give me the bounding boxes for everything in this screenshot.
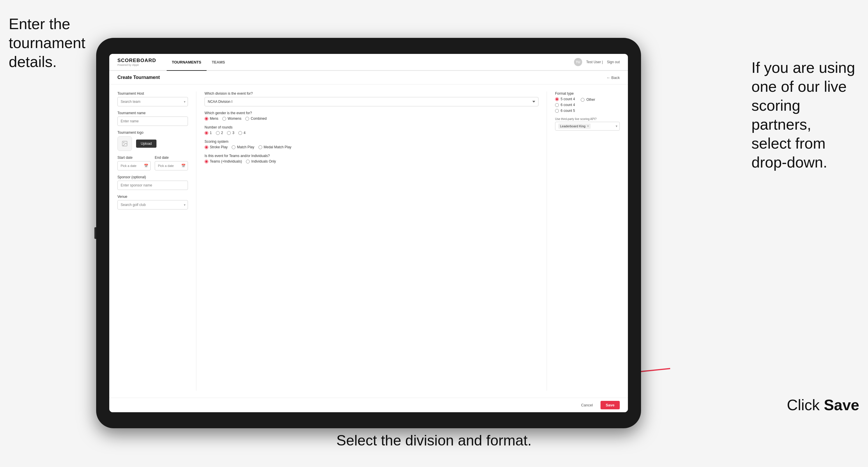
teams-radio-group: Teams (+Individuals) Individuals Only bbox=[205, 159, 538, 163]
venue-input[interactable] bbox=[117, 200, 188, 210]
scoring-match-label: Match Play bbox=[237, 145, 254, 149]
user-label: Test User | bbox=[586, 60, 603, 64]
rounds-3[interactable]: 3 bbox=[227, 131, 234, 135]
venue-group: Venue ▾ bbox=[117, 195, 188, 210]
save-button[interactable]: Save bbox=[600, 401, 620, 409]
annotation-bottomcenter: Select the division and format. bbox=[337, 432, 532, 450]
division-label: Which division is the event for? bbox=[205, 91, 538, 96]
division-group: Which division is the event for? NCAA Di… bbox=[205, 91, 538, 106]
scoring-medal-label: Medal Match Play bbox=[264, 145, 291, 149]
end-date-group: End date 📅 bbox=[155, 156, 188, 170]
form-footer: Cancel Save bbox=[109, 398, 628, 412]
gender-combined-radio[interactable] bbox=[245, 117, 249, 121]
signout-link[interactable]: Sign out bbox=[607, 60, 620, 64]
page-title: Create Tournament bbox=[117, 75, 160, 80]
format-6count5[interactable]: 6 count 5 bbox=[555, 109, 575, 113]
start-date-group: Start date 📅 bbox=[117, 156, 151, 170]
format-other-radio[interactable] bbox=[581, 98, 585, 102]
gender-mens[interactable]: Mens bbox=[205, 117, 218, 121]
teams-teams-label: Teams (+Individuals) bbox=[210, 159, 242, 163]
tournament-logo-group: Tournament logo Upload bbox=[117, 130, 188, 151]
format-6count5-label: 6 count 5 bbox=[561, 109, 575, 113]
tournament-host-input[interactable] bbox=[117, 97, 188, 106]
format-other-label: Other bbox=[586, 98, 595, 102]
scoring-stroke[interactable]: Stroke Play bbox=[205, 145, 227, 149]
page-header: Create Tournament ← Back bbox=[109, 71, 628, 85]
format-6count5-radio[interactable] bbox=[555, 109, 559, 113]
live-scoring-tag: Leaderboard King × bbox=[558, 124, 591, 129]
tournament-name-input[interactable] bbox=[117, 117, 188, 126]
gender-mens-radio[interactable] bbox=[205, 117, 208, 121]
live-scoring-wrap: Leaderboard King × ▾ bbox=[555, 122, 620, 130]
live-scoring-chevron-icon: ▾ bbox=[616, 124, 617, 128]
annotation-bottomright: Click Save bbox=[787, 396, 859, 414]
format-type-group: Format type 5 count 4 6 count 4 bbox=[555, 91, 620, 113]
format-6count4-radio[interactable] bbox=[555, 103, 559, 107]
venue-chevron-icon: ▾ bbox=[184, 203, 186, 207]
scoring-stroke-radio[interactable] bbox=[205, 145, 208, 149]
tablet-device: SCOREBOARD Powered by clippit TOURNAMENT… bbox=[96, 38, 641, 428]
rounds-2-radio[interactable] bbox=[216, 131, 220, 135]
rounds-4[interactable]: 4 bbox=[238, 131, 246, 135]
calendar-icon: 📅 bbox=[144, 164, 148, 168]
end-date-wrap: 📅 bbox=[155, 161, 188, 170]
live-scoring-remove-icon[interactable]: × bbox=[587, 124, 589, 128]
division-select[interactable]: NCAA Division I bbox=[205, 97, 538, 106]
scoring-medal[interactable]: Medal Match Play bbox=[258, 145, 291, 149]
teams-individuals[interactable]: Individuals Only bbox=[246, 159, 276, 163]
tournament-host-group: Tournament Host ▾ bbox=[117, 91, 188, 106]
scoring-match-radio[interactable] bbox=[231, 145, 236, 149]
gender-combined-label: Combined bbox=[251, 117, 267, 121]
gender-mens-label: Mens bbox=[210, 117, 218, 121]
rounds-4-radio[interactable] bbox=[238, 131, 242, 135]
format-5count4-radio[interactable] bbox=[555, 97, 559, 101]
tablet-side-button bbox=[94, 227, 96, 239]
gender-womens[interactable]: Womens bbox=[222, 117, 241, 121]
sponsor-group: Sponsor (optional) bbox=[117, 175, 188, 190]
tournament-name-label: Tournament name bbox=[117, 111, 188, 115]
rounds-4-label: 4 bbox=[244, 131, 246, 135]
format-6count4[interactable]: 6 count 4 bbox=[555, 103, 575, 107]
gender-combined[interactable]: Combined bbox=[245, 117, 267, 121]
sponsor-input[interactable] bbox=[117, 181, 188, 190]
rounds-2[interactable]: 2 bbox=[216, 131, 223, 135]
gender-womens-radio[interactable] bbox=[222, 117, 226, 121]
scoring-label: Scoring system bbox=[205, 139, 538, 144]
format-options: 5 count 4 6 count 4 6 count 5 bbox=[555, 97, 575, 113]
live-scoring-group: Use third-party live scoring API? Leader… bbox=[555, 117, 620, 130]
teams-label: Is this event for Teams and/or Individua… bbox=[205, 154, 538, 158]
rounds-3-radio[interactable] bbox=[227, 131, 231, 135]
start-date-wrap: 📅 bbox=[117, 161, 151, 170]
rounds-1-radio[interactable] bbox=[205, 131, 208, 135]
scoring-match[interactable]: Match Play bbox=[231, 145, 254, 149]
date-group: Start date 📅 End date 📅 bbox=[117, 156, 188, 170]
nav-item-tournaments[interactable]: TOURNAMENTS bbox=[167, 54, 207, 71]
teams-individuals-radio[interactable] bbox=[246, 160, 250, 163]
format-type-label: Format type bbox=[555, 91, 620, 96]
gender-womens-label: Womens bbox=[227, 117, 241, 121]
upload-button[interactable]: Upload bbox=[136, 139, 156, 148]
teams-group: Is this event for Teams and/or Individua… bbox=[205, 154, 538, 163]
chevron-down-icon: ▾ bbox=[184, 100, 186, 104]
venue-search: ▾ bbox=[117, 200, 188, 210]
back-link[interactable]: ← Back bbox=[606, 75, 620, 80]
tournament-logo-label: Tournament logo bbox=[117, 130, 188, 134]
teams-individuals-label: Individuals Only bbox=[251, 159, 276, 163]
teams-teams[interactable]: Teams (+Individuals) bbox=[205, 159, 242, 163]
live-scoring-value: Leaderboard King bbox=[560, 124, 585, 128]
rounds-radio-group: 1 2 3 4 bbox=[205, 131, 538, 135]
scoring-medal-radio[interactable] bbox=[258, 145, 262, 149]
format-6count4-label: 6 count 4 bbox=[561, 103, 575, 107]
rounds-group: Number of rounds 1 2 3 bbox=[205, 125, 538, 135]
teams-teams-radio[interactable] bbox=[205, 160, 208, 163]
live-scoring-label: Use third-party live scoring API? bbox=[555, 117, 620, 121]
format-5count4[interactable]: 5 count 4 bbox=[555, 97, 575, 101]
rounds-1[interactable]: 1 bbox=[205, 131, 212, 135]
format-other[interactable]: Other bbox=[581, 98, 595, 102]
avatar: TU bbox=[574, 58, 582, 66]
live-scoring-input[interactable]: Leaderboard King × bbox=[555, 122, 620, 130]
cancel-button[interactable]: Cancel bbox=[577, 401, 597, 409]
rounds-label: Number of rounds bbox=[205, 125, 538, 129]
nav-item-teams[interactable]: TEAMS bbox=[207, 54, 230, 71]
tournament-name-group: Tournament name bbox=[117, 111, 188, 126]
